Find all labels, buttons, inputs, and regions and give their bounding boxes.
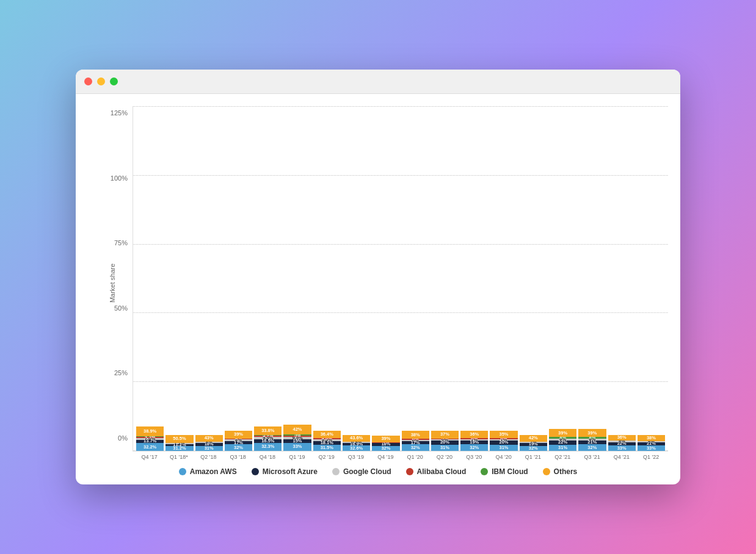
bar-label-aws: 32.6% xyxy=(350,446,363,451)
bar-segment-azure: 20% xyxy=(490,441,517,445)
bar-segment-google: 7% xyxy=(520,442,547,443)
bar-label-alibaba: 4.6% xyxy=(322,438,332,439)
legend-label: Microsoft Azure xyxy=(263,467,318,476)
bar-segment-others: 43.6% xyxy=(343,435,370,442)
bar-label-alibaba: 6% xyxy=(501,438,507,439)
maximize-button[interactable] xyxy=(110,77,118,85)
bar-label-aws: 32.2% xyxy=(144,445,156,450)
bar-label-alibaba: 6% xyxy=(471,438,478,439)
bar-label-azure: 16.5% xyxy=(261,439,274,444)
titlebar xyxy=(76,70,680,94)
bar-group: 31%20%6%5%37% xyxy=(431,109,459,451)
bar-segment-google: 9.5% xyxy=(254,437,282,439)
legend-label: Google Cloud xyxy=(343,467,391,476)
bar-label-azure: 17% xyxy=(234,441,243,445)
x-label: Q2 '19 xyxy=(313,454,340,460)
bar-segment-aws: 32% xyxy=(460,444,488,451)
bar-segment-others: 38% xyxy=(638,435,665,441)
bar-label-google: 9.5% xyxy=(292,437,302,439)
bar-segment-others: 35% xyxy=(490,431,517,438)
bar-segment-azure: 17% xyxy=(225,441,252,445)
x-label: Q1 '20 xyxy=(401,454,429,460)
bar-segment-aws: 32% xyxy=(225,444,252,451)
bar-group: 32%17%8%4%39% xyxy=(225,109,252,451)
bar-segment-google: 8% xyxy=(549,439,576,441)
bar-stack: 32.3%16.5%9.5%4.2%3.6%33.8% xyxy=(254,421,282,451)
bar-segment-google: 8% xyxy=(225,439,252,441)
bar-group: 32%21%8%8%39% xyxy=(578,109,606,451)
bar-label-aws: 31.5% xyxy=(321,445,333,450)
bar-group: 32.3%16.5%9.5%4.2%3.6%33.8% xyxy=(254,109,282,451)
bar-label-azure: 16.9% xyxy=(350,443,363,445)
minimize-button[interactable] xyxy=(97,77,105,85)
x-label: Q1 '22 xyxy=(638,454,665,460)
bar-label-ibm: 3.6% xyxy=(263,435,273,436)
bar-label-aws: 32% xyxy=(587,445,597,450)
bar-group: 31.5%18.1%9.5%4.6%36.4% xyxy=(313,109,341,451)
bar-label-google: 9.5% xyxy=(263,437,273,439)
bar-segment-azure: 18% xyxy=(195,443,223,446)
bar-label-aws: 32% xyxy=(381,446,390,451)
close-button[interactable] xyxy=(84,77,92,85)
x-label: Q3 '21 xyxy=(578,454,606,460)
legend-item: Microsoft Azure xyxy=(252,467,318,476)
bar-segment-google: 9.5% xyxy=(313,439,341,441)
bar-label-azure: 18% xyxy=(381,443,390,446)
bar-label-google: 8% xyxy=(559,439,566,441)
bar-stack: 33%21%8%38% xyxy=(638,431,665,451)
bar-label-others: 39% xyxy=(381,436,390,441)
legend-item: Amazon AWS xyxy=(179,467,237,476)
bar-segment-alibaba: 6% xyxy=(402,439,429,440)
bar-label-google: 8% xyxy=(235,439,242,441)
legend-dot xyxy=(406,468,413,475)
bar-segment-azure: 20% xyxy=(431,441,459,445)
bar-label-alibaba: 5% xyxy=(294,436,301,437)
bar-segment-aws: 31.2% xyxy=(165,446,193,451)
bar-segment-google: 7% xyxy=(460,439,488,441)
app-window: Market share 125% 100% 75% 50% 25% 0% xyxy=(76,70,680,484)
bar-segment-google: 7.6% xyxy=(136,438,164,440)
bar-label-alibaba: 6% xyxy=(412,439,419,440)
legend-dot xyxy=(252,468,259,475)
bar-segment-aws: 32.3% xyxy=(254,443,282,451)
bar-segment-azure: 17% xyxy=(402,441,429,445)
bar-segment-azure: 18% xyxy=(372,443,399,446)
bar-label-azure: 19% xyxy=(529,443,538,446)
bar-segment-others: 36% xyxy=(608,435,636,441)
bar-label-aws: 33% xyxy=(647,446,656,451)
bar-segment-azure: 22% xyxy=(549,441,576,445)
bar-label-aws: 32% xyxy=(470,445,479,450)
bar-segment-aws: 31% xyxy=(431,445,459,451)
bar-group: 31%20%7%6%35% xyxy=(490,109,517,451)
bar-segment-alibaba: 6% xyxy=(490,438,517,439)
bar-label-google: 8% xyxy=(589,439,595,441)
x-label: Q4 '20 xyxy=(490,454,517,460)
bar-segment-others: 36% xyxy=(460,431,488,438)
bar-group: 32%19%7%42% xyxy=(520,109,547,451)
bar-label-others: 38% xyxy=(647,436,656,441)
bar-group: 31.2%11.2%7.1%50.5% xyxy=(165,109,193,451)
bar-label-google: 7% xyxy=(471,439,478,441)
bar-label-aws: 31% xyxy=(558,445,567,450)
chart-container: Market share 125% 100% 75% 50% 25% 0% xyxy=(88,106,668,460)
bar-stack: 32%18%5%39% xyxy=(372,431,399,451)
bar-label-google: 7% xyxy=(530,442,537,443)
bar-segment-aws: 32.6% xyxy=(343,445,370,451)
bar-label-others: 42% xyxy=(293,427,302,432)
bar-label-aws: 33% xyxy=(293,444,302,449)
y-label-25: 25% xyxy=(114,369,128,376)
bar-label-alibaba: 5% xyxy=(382,442,389,443)
bar-group: 32%17%6%6%38% xyxy=(402,109,429,451)
bar-label-google: 9% xyxy=(619,441,625,442)
bar-segment-alibaba: 6% xyxy=(460,438,488,439)
bar-stack: 31%20%6%5%37% xyxy=(431,426,459,451)
bar-segment-others: 43% xyxy=(195,435,223,442)
bar-label-ibm: 5% xyxy=(294,434,301,436)
bar-label-ibm: 4.2% xyxy=(145,436,155,437)
bar-segment-google: 9% xyxy=(608,441,636,442)
x-label: Q1 '18* xyxy=(165,454,192,460)
bar-segment-aws: 33% xyxy=(608,445,636,451)
bar-group: 33%21%8%38% xyxy=(638,109,665,451)
bar-label-google: 8% xyxy=(206,442,213,443)
bar-label-others: 50.5% xyxy=(173,436,186,441)
